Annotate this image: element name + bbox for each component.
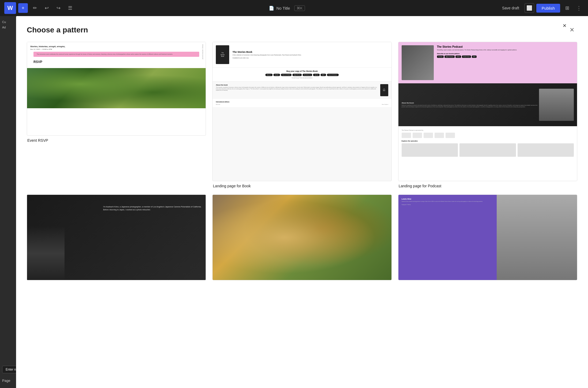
platform-apple: Apple Podcasts (444, 55, 455, 58)
podcast-image (402, 45, 434, 80)
settings-button[interactable]: ⊞ (562, 3, 572, 13)
lewis-hine-preview: Lewis Hine Lewis W. Hine studied sociolo… (398, 195, 577, 280)
podcast-middle-section: About the Event Held over a weekend, the… (398, 83, 577, 126)
sponsor-logos (402, 133, 574, 138)
buy-btn-baw: B&W (321, 74, 326, 76)
country-nz: New Zealand (382, 104, 388, 105)
event-rsvp-label: Event RSVP (27, 138, 206, 143)
toolbar-center: 📄 No Title ⌘K (77, 5, 497, 11)
photographer-preview: I'm Asahachi Kōno, a Japanese photograph… (27, 195, 206, 280)
save-draft-button[interactable]: Save draft (499, 4, 522, 12)
pattern-card-food[interactable] (212, 195, 391, 280)
podcast-top-section: The Stories Podcast Storytelling, expert… (398, 42, 577, 83)
event-title: Stories, historias, ιστορίί, ιστορίες (30, 45, 202, 48)
document-icon: 📄 (269, 6, 274, 11)
pattern-card-lewis-hine[interactable]: Lewis Hine Lewis W. Hine studied sociolo… (398, 195, 577, 280)
podcast-event-photo: About the Event Held over a weekend, the… (398, 83, 577, 126)
podcast-desc: Storytelling, expert analysis, and vivid… (437, 49, 574, 51)
tools-button[interactable]: ☰ (65, 3, 75, 13)
toolbar: W + ✏ ↩ ↪ ☰ 📄 No Title ⌘K Save draft ⬜ P… (0, 0, 588, 16)
podcast-subscribe-text: Subscribe on your favorite platform (437, 53, 574, 54)
sponsor-logo-1 (402, 133, 411, 138)
left-sidebar: Cu Ad Enter new Page (0, 16, 16, 388)
podcast-img-bg (402, 45, 434, 80)
intl-countries: Australia New Zealand (216, 104, 388, 105)
event-text-block: About the Event Held over a weekend, the… (402, 102, 539, 108)
event-building-photo (539, 89, 574, 121)
about-text-area: About the book This exquisite compilatio… (216, 84, 378, 96)
lewis-hine-photo (497, 195, 577, 280)
buy-btn-apple: Apple Books (292, 74, 301, 76)
event-about-body: Held over a weekend, the event is struct… (402, 105, 539, 108)
buy-btn-audible: Audible (273, 74, 280, 76)
platform-pocket: Pocket Casts (462, 55, 471, 58)
podcast-bottom-section: The Stories Podcast is sponsored by Expl… (398, 126, 577, 160)
modal-header: Choose a pattern ✕ (16, 16, 588, 42)
book-main-title: The Stories Book (232, 51, 388, 53)
episode-thumb-3 (518, 143, 574, 157)
document-title: No Title (276, 6, 290, 10)
sponsor-logo-3 (424, 133, 433, 138)
food-preview (212, 195, 391, 280)
platform-rss: RSS (472, 55, 477, 58)
book-preorder: Available for pre-order now. (232, 57, 388, 59)
edit-button[interactable]: ✏ (30, 3, 40, 13)
more-options-button[interactable]: ⋮ (574, 3, 584, 13)
about-body: This exquisite compilation showcases a d… (216, 87, 378, 91)
book-cover: TheStoriesBook (216, 45, 229, 64)
right-panel-close-button[interactable]: ✕ (560, 21, 569, 31)
country-australia: Australia (216, 104, 220, 105)
platform-youtube: YouTube (437, 55, 444, 58)
book-about-section: About the book This exquisite compilatio… (213, 81, 391, 99)
photographer-text: I'm Asahachi Kōno, a Japanese photograph… (103, 206, 201, 211)
buy-buttons: Amazon Audible Barnes & Noble Apple Book… (216, 74, 388, 76)
book-info: The Stories Book A fine collection of mo… (232, 51, 388, 59)
pattern-chooser-modal: Choose a pattern ✕ Stories, historias, ι… (16, 16, 588, 388)
pattern-card-landing-podcast[interactable]: The Stories Podcast Storytelling, expert… (398, 42, 577, 188)
sponsor-logo-4 (435, 133, 444, 138)
buy-title: Buy your copy of The Stories Book (216, 70, 388, 72)
buy-btn-barnes: Barnes & Noble (281, 74, 292, 76)
redo-button[interactable]: ↪ (54, 3, 63, 13)
sponsor-logo-5 (446, 133, 455, 138)
free-workshop-tag: FREE WORKSHOP (202, 44, 203, 59)
book-intl-section: International editions Australia New Zea… (213, 99, 391, 107)
podcast-platforms: YouTube Apple Podcasts Netflix Pocket Ca… (437, 55, 574, 58)
patterns-grid: Stories, historias, ιστορίί, ιστορίες De… (16, 42, 588, 291)
wordpress-logo: W (4, 2, 16, 14)
sponsor-text: The Stories Podcast is sponsored by (402, 129, 574, 131)
food-overlay (213, 195, 391, 280)
event-top-section: Stories, historias, ιστορίί, ιστορίες De… (27, 42, 206, 68)
ad-text: Ad (2, 26, 14, 29)
view-button[interactable]: ⬜ (525, 3, 534, 13)
episode-thumb-1 (402, 143, 458, 157)
buy-btn-amazon: Amazon (265, 74, 273, 76)
lewis-hine-purple-section: Lewis Hine Lewis W. Hine studied sociolo… (398, 195, 497, 280)
book-cover-small: TheStoriesBook (380, 84, 388, 96)
document-title-area: 📄 No Title (269, 6, 290, 11)
book-preview: TheStoriesBook The Stories Book A fine c… (212, 42, 391, 181)
publish-button[interactable]: Publish (536, 4, 560, 13)
toolbar-right: Save draft ⬜ Publish ⊞ ⋮ (499, 3, 584, 13)
sponsor-logo-2 (413, 133, 422, 138)
buy-btn-bookshop: Bookshop.org (303, 74, 312, 76)
episode-thumbnails (402, 143, 574, 157)
book-hero-section: TheStoriesBook The Stories Book A fine c… (213, 42, 391, 68)
pattern-card-event-rsvp[interactable]: Stories, historias, ιστορίί, ιστορίες De… (27, 42, 206, 188)
keyboard-shortcut: ⌘K (294, 5, 305, 11)
podcast-label: Landing page for Podcast (398, 184, 577, 188)
event-description: This immersive event celebrates the univ… (33, 52, 199, 57)
modal-title: Choose a pattern (27, 26, 88, 34)
podcast-info: The Stories Podcast Storytelling, expert… (437, 45, 574, 80)
pattern-card-landing-book[interactable]: TheStoriesBook The Stories Book A fine c… (212, 42, 391, 188)
add-block-button[interactable]: + (18, 3, 28, 13)
pattern-card-photographer[interactable]: I'm Asahachi Kōno, a Japanese photograph… (27, 195, 206, 280)
rsvp-label: RSVP (30, 59, 46, 65)
explore-episodes-label: Explore the episodes (402, 140, 574, 142)
event-rsvp-preview: Stories, historias, ιστορίί, ιστορίες De… (27, 42, 206, 136)
about-title: About the book (216, 84, 378, 86)
undo-button[interactable]: ↩ (42, 3, 51, 13)
book-subtitle: A fine collection of moments in time fea… (232, 54, 388, 56)
podcast-preview: The Stories Podcast Storytelling, expert… (398, 42, 577, 181)
outside-europe-link: Outside Europe? View international editi… (216, 77, 388, 79)
